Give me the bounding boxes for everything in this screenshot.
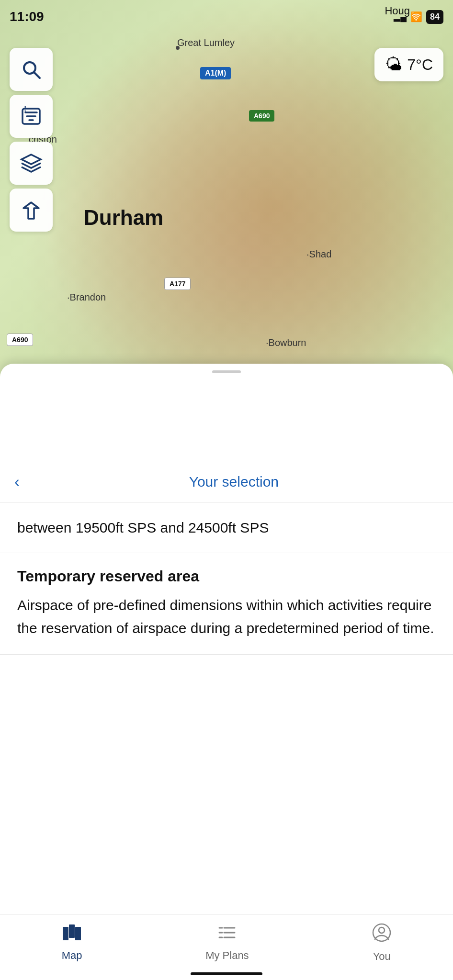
filter-icon: ! bbox=[20, 105, 43, 128]
drag-handle bbox=[212, 370, 241, 373]
altitude-text: between 19500ft SPS and 24500ft SPS bbox=[17, 517, 436, 538]
home-indicator bbox=[191, 972, 262, 975]
battery-indicator: 84 bbox=[426, 10, 443, 24]
road-badge-a1m: A1(M) bbox=[200, 67, 231, 79]
filter-tool-button[interactable]: ! bbox=[10, 95, 53, 138]
you-nav-label: You bbox=[373, 950, 391, 963]
search-icon bbox=[20, 58, 43, 81]
svg-point-18 bbox=[379, 927, 385, 933]
layers-icon bbox=[20, 152, 43, 175]
location-icon bbox=[20, 199, 43, 222]
svg-text:!: ! bbox=[24, 105, 26, 113]
map-tools-panel: ! bbox=[10, 48, 53, 232]
weather-widget[interactable]: 🌤 7°C bbox=[374, 48, 443, 81]
location-tool-button[interactable] bbox=[10, 189, 53, 232]
svg-rect-8 bbox=[63, 927, 68, 940]
nav-map[interactable]: Map bbox=[62, 924, 82, 962]
map-nav-label: Map bbox=[62, 949, 82, 962]
place-brandon: ·Brandon bbox=[67, 292, 106, 303]
svg-rect-9 bbox=[69, 924, 75, 938]
plans-nav-label: My Plans bbox=[205, 949, 249, 962]
you-nav-icon bbox=[372, 923, 391, 947]
svg-marker-7 bbox=[22, 155, 41, 164]
svg-rect-10 bbox=[75, 927, 81, 940]
bottom-navigation: Map My Plans You bbox=[0, 914, 453, 980]
selection-title: Your selection bbox=[29, 474, 439, 490]
road-badge-a177: A177 bbox=[164, 278, 191, 290]
weather-icon: 🌤 bbox=[385, 55, 402, 75]
back-button[interactable]: ‹ bbox=[14, 473, 20, 490]
nav-my-plans[interactable]: My Plans bbox=[205, 924, 249, 962]
reserved-area-section: Temporary reserved area Airspace of pre-… bbox=[0, 553, 453, 655]
signal-icon: ▂▄ bbox=[394, 11, 407, 22]
status-bar: 11:09 ▂▄ 🛜 84 bbox=[0, 0, 453, 29]
status-icons: ▂▄ 🛜 84 bbox=[394, 10, 443, 24]
road-badge-a690-top: A690 bbox=[249, 110, 274, 122]
nav-you[interactable]: You bbox=[372, 923, 391, 963]
map-view[interactable]: 11:09 ▂▄ 🛜 84 Houg 🌤 7°C bbox=[0, 0, 453, 459]
wifi-icon: 🛜 bbox=[410, 11, 422, 22]
place-great-lumley: Great Lumley bbox=[177, 37, 235, 48]
weather-temperature: 7°C bbox=[407, 56, 433, 74]
status-time: 11:09 bbox=[10, 9, 44, 24]
reserved-area-title: Temporary reserved area bbox=[17, 568, 436, 585]
map-nav-icon bbox=[62, 924, 81, 946]
place-durham: Durham bbox=[84, 206, 163, 230]
bottom-sheet-handle-area[interactable] bbox=[0, 364, 453, 459]
search-tool-button[interactable] bbox=[10, 48, 53, 91]
altitude-section: between 19500ft SPS and 24500ft SPS bbox=[0, 502, 453, 553]
road-badge-a690-left: A690 bbox=[7, 334, 33, 346]
plans-nav-icon bbox=[217, 924, 237, 946]
place-bowburn: ·Bowburn bbox=[266, 337, 306, 348]
content-section: ‹ Your selection between 19500ft SPS and… bbox=[0, 459, 453, 655]
place-dot-great-lumley bbox=[176, 46, 180, 50]
place-shad: ·Shad bbox=[306, 249, 331, 260]
svg-line-1 bbox=[34, 72, 40, 78]
selection-header: ‹ Your selection bbox=[0, 459, 453, 502]
reserved-area-description: Airspace of pre-defined dimensions withi… bbox=[17, 594, 436, 640]
layers-tool-button[interactable] bbox=[10, 142, 53, 185]
